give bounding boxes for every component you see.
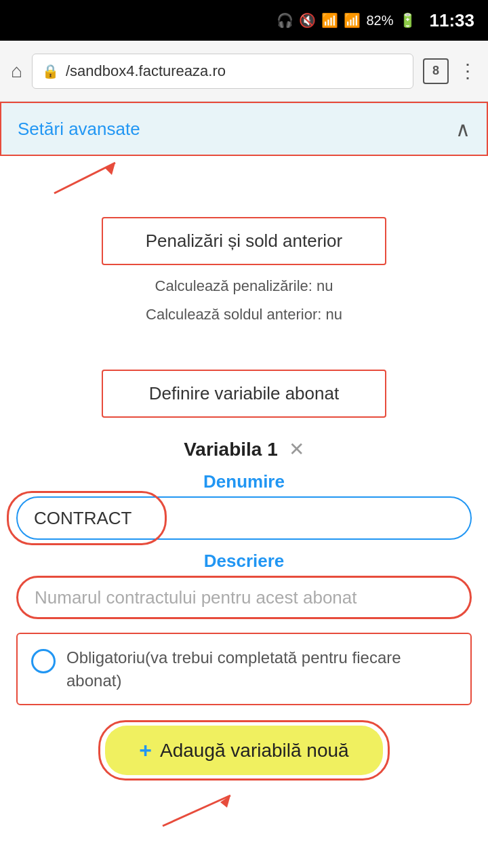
denumire-input-container xyxy=(0,496,488,540)
obligatoriu-text: Obligatoriu(va trebui completată pentru … xyxy=(66,646,457,692)
svg-line-0 xyxy=(54,163,115,193)
svg-line-2 xyxy=(163,795,230,826)
browser-chrome: ⌂ 🔒 /sandbox4.factureaza.ro 8 ⋮ xyxy=(0,41,488,102)
penalizari-row1: Calculează penalizările: nu xyxy=(0,272,488,300)
url-text: /sandbox4.factureaza.ro xyxy=(66,62,226,80)
status-icons: 🎧 🔇 📶 📶 82% 🔋 xyxy=(277,12,415,28)
menu-dots-icon[interactable]: ⋮ xyxy=(458,60,477,82)
penalizari-button[interactable]: Penalizări și sold anterior xyxy=(102,217,386,265)
definire-button[interactable]: Definire variabile abonat xyxy=(102,370,386,418)
battery-text: 82% xyxy=(366,13,393,28)
plus-icon: + xyxy=(139,738,152,763)
svg-marker-1 xyxy=(105,163,115,175)
bottom-red-arrow-svg xyxy=(108,789,312,829)
advanced-settings-label: Setări avansate xyxy=(18,119,140,140)
add-variable-section: + Adaugă variabilă nouă xyxy=(0,705,488,789)
close-variabila-button[interactable]: ✕ xyxy=(289,438,304,460)
mute-icon: 🔇 xyxy=(299,12,316,28)
home-button[interactable]: ⌂ xyxy=(11,60,22,82)
denumire-label: Denumire xyxy=(0,465,488,496)
red-arrow-svg xyxy=(0,156,136,197)
bluetooth-icon: 🎧 xyxy=(277,12,293,28)
obligatoriu-radio[interactable] xyxy=(31,649,56,673)
penalizari-row2: Calculează soldul anterior: nu xyxy=(0,300,488,329)
denumire-input[interactable] xyxy=(16,496,472,540)
wifi-icon: 📶 xyxy=(321,12,338,28)
chevron-up-icon: ∧ xyxy=(455,117,470,141)
arrow-annotation xyxy=(0,156,488,197)
tab-count[interactable]: 8 xyxy=(423,58,449,84)
descriere-input[interactable] xyxy=(16,576,472,619)
signal-icon: 📶 xyxy=(344,12,361,28)
bottom-arrow-annotation xyxy=(0,789,488,829)
status-bar: 🎧 🔇 📶 📶 82% 🔋 11:33 xyxy=(0,0,488,41)
variabila-label: Variabila 1 xyxy=(184,439,278,460)
definire-section: Definire variabile abonat xyxy=(0,349,488,425)
address-bar[interactable]: 🔒 /sandbox4.factureaza.ro xyxy=(32,54,413,89)
add-variable-button[interactable]: + Adaugă variabilă nouă xyxy=(105,726,382,775)
advanced-settings-header[interactable]: Setări avansate ∧ xyxy=(0,102,488,156)
descriere-input-container xyxy=(0,576,488,619)
variabila-row: Variabila 1 ✕ xyxy=(0,425,488,465)
add-variable-btn-wrapper: + Adaugă variabilă nouă xyxy=(105,726,382,775)
descriere-label: Descriere xyxy=(0,544,488,576)
obligatoriu-container: Obligatoriu(va trebui completată pentru … xyxy=(16,633,472,705)
add-variable-label: Adaugă variabilă nouă xyxy=(160,740,349,762)
battery-icon: 🔋 xyxy=(399,12,416,28)
status-time: 11:33 xyxy=(430,10,475,31)
penalizari-section: Penalizări și sold anterior xyxy=(0,197,488,272)
page-content: Setări avansate ∧ Penalizări și sold ant… xyxy=(0,102,488,856)
lock-icon: 🔒 xyxy=(42,63,59,79)
